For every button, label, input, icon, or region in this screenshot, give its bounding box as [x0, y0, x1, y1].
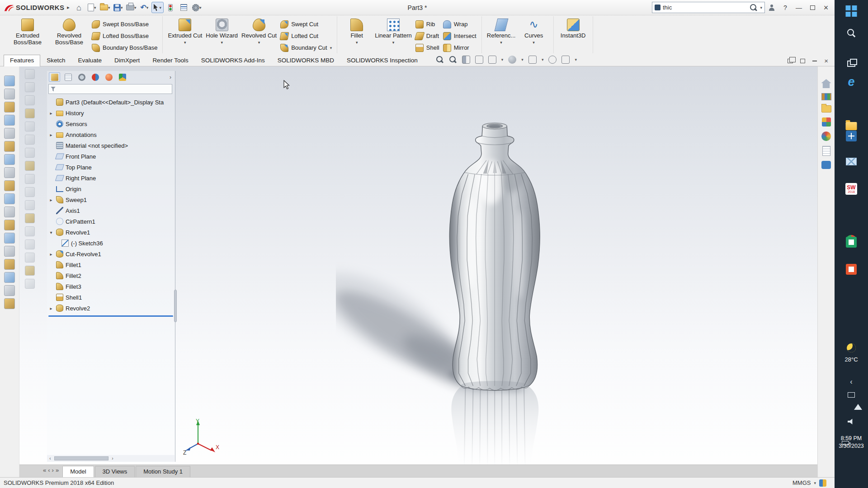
tree-horizontal-scrollbar[interactable]: ‹ › [47, 455, 175, 462]
toolbar-button[interactable] [25, 213, 35, 223]
tab-dimxpert[interactable]: DimXpert [108, 55, 146, 66]
doc-restore-icon[interactable] [788, 59, 793, 63]
select-button[interactable]: ▾ [151, 2, 164, 13]
rebuild-button[interactable] [165, 2, 177, 13]
tree-item-fillet1[interactable]: Fillet1 [47, 259, 175, 270]
dropdown-arrow-icon[interactable]: ▾ [500, 41, 502, 44]
left-toolbar-button[interactable] [4, 141, 15, 152]
expand-icon[interactable]: ▸ [48, 197, 54, 202]
intersect-button[interactable]: Intersect [441, 31, 478, 41]
tree-item-right-plane[interactable]: Right Plane [47, 173, 175, 183]
tab-3d-views[interactable]: 3D Views [95, 466, 135, 477]
left-toolbar-button[interactable] [4, 233, 15, 244]
displaymanager-tab[interactable] [103, 72, 114, 82]
curves-button[interactable]: ∿ Curves ▾ [518, 16, 550, 53]
search-dropdown-arrow-icon[interactable]: ▾ [760, 5, 762, 10]
previous-view-icon[interactable] [475, 56, 483, 64]
left-toolbar-button[interactable] [4, 246, 15, 257]
doc-minimize-icon[interactable] [812, 61, 817, 61]
toolbar-button[interactable] [25, 187, 35, 197]
toolbar-button[interactable] [25, 135, 35, 145]
cam-tab[interactable] [117, 72, 128, 82]
left-toolbar-button[interactable] [4, 272, 15, 283]
file-properties-button[interactable] [178, 2, 190, 13]
toolbar-button[interactable] [25, 82, 35, 92]
tree-item-shell1[interactable]: Shell1 [47, 292, 175, 303]
tree-filter-box[interactable] [48, 84, 172, 94]
weather-moon-icon[interactable] [847, 343, 856, 352]
scroll-left-icon[interactable]: ‹ [47, 456, 53, 461]
options-button[interactable]: ▾ [191, 2, 203, 13]
home-button[interactable]: ⌂ [73, 2, 85, 13]
tree-root-item[interactable]: Part3 (Default<<Default>_Display Sta [47, 97, 175, 108]
search-icon[interactable] [750, 4, 758, 12]
tree-item-history[interactable]: ▸History [47, 108, 175, 118]
tree-item-sketch36[interactable]: (-) Sketch36 [47, 238, 175, 249]
tab-solidworks-mbd[interactable]: SOLIDWORKS MBD [271, 55, 340, 66]
menu-flyout-arrow-icon[interactable]: ▸ [67, 5, 70, 10]
new-document-button[interactable]: ▾ [86, 2, 98, 13]
edge-browser-icon[interactable]: e [848, 76, 854, 88]
boundary-boss-base-button[interactable]: Boundary Boss/Base [90, 43, 159, 52]
dropdown-arrow-icon[interactable]: ▾ [575, 57, 577, 62]
tree-item-sweep1[interactable]: ▸Sweep1 [47, 194, 175, 205]
panel-tabs-overflow-icon[interactable]: › [168, 74, 173, 80]
open-button[interactable]: ▾ [99, 2, 111, 13]
dropdown-arrow-icon[interactable]: ▾ [134, 5, 137, 10]
next-tab-icon[interactable]: › [52, 467, 54, 474]
swept-boss-base-button[interactable]: Swept Boss/Base [90, 19, 159, 29]
view-settings-icon[interactable] [561, 56, 570, 64]
search-box[interactable]: ▾ [652, 2, 765, 13]
toolbar-button[interactable] [25, 161, 35, 171]
tree-item-cut-revolve1[interactable]: ▸Cut-Revolve1 [47, 249, 175, 259]
login-button[interactable] [765, 0, 778, 15]
dropdown-arrow-icon[interactable]: ▾ [330, 46, 332, 50]
search-input[interactable] [663, 4, 747, 11]
doc-maximize-icon[interactable] [800, 59, 805, 63]
lofted-cut-button[interactable]: Lofted Cut [278, 31, 334, 41]
bottle-3d-model[interactable] [336, 117, 558, 474]
wrap-button[interactable]: Wrap [441, 19, 478, 29]
tree-item-material[interactable]: Material <not specified> [47, 140, 175, 151]
fillet-button[interactable]: Fillet ▾ [340, 16, 373, 53]
mail-app-icon[interactable] [846, 158, 857, 165]
expand-icon[interactable]: ▸ [48, 132, 54, 137]
rollback-bar[interactable] [48, 315, 173, 317]
zoom-to-area-icon[interactable] [449, 56, 457, 64]
draft-button[interactable]: Draft [414, 31, 441, 41]
revolved-cut-button[interactable]: Revolved Cut ▾ [240, 16, 278, 53]
left-toolbar-button[interactable] [4, 128, 15, 139]
tree-item-front-plane[interactable]: Front Plane [47, 151, 175, 162]
tab-render-tools[interactable]: Render Tools [146, 55, 194, 66]
swept-cut-button[interactable]: Swept Cut [278, 19, 334, 29]
design-library-icon[interactable] [821, 93, 831, 100]
dropdown-arrow-icon[interactable]: ▾ [146, 5, 149, 10]
left-toolbar-button[interactable] [4, 89, 15, 99]
tree-item-top-plane[interactable]: Top Plane [47, 162, 175, 173]
tablet-mode-icon[interactable] [848, 392, 855, 398]
dropdown-arrow-icon[interactable]: ▾ [108, 5, 110, 10]
left-toolbar-button[interactable] [4, 259, 15, 270]
file-explorer-taskbar-icon[interactable] [846, 122, 857, 130]
graphics-viewport[interactable]: Y X Z › [19, 66, 817, 477]
dropdown-arrow-icon[interactable]: ▾ [160, 5, 162, 10]
minimize-button[interactable]: — [792, 0, 806, 15]
edit-appearance-icon[interactable] [548, 56, 557, 64]
hole-wizard-button[interactable]: Hole Wizard ▾ [204, 16, 240, 53]
configurationmanager-tab[interactable] [76, 72, 87, 82]
left-toolbar-button[interactable] [4, 206, 15, 217]
extruded-boss-base-button[interactable]: Extruded Boss/Base [7, 16, 48, 53]
featuremanager-tab[interactable] [49, 72, 60, 82]
toolbar-button[interactable] [25, 108, 35, 118]
maximize-button[interactable] [806, 0, 819, 15]
solidworks-forum-icon[interactable] [821, 161, 831, 169]
left-toolbar-button[interactable] [4, 115, 15, 126]
tree-item-annotations[interactable]: ▸Annotations [47, 129, 175, 140]
doc-close-icon[interactable]: × [824, 57, 828, 64]
appearances-icon[interactable] [821, 131, 831, 141]
zoom-to-fit-icon[interactable] [436, 56, 444, 64]
left-toolbar-button[interactable] [4, 193, 15, 204]
mirror-button[interactable]: Mirror [441, 43, 478, 52]
tree-filter-input[interactable] [58, 86, 170, 92]
toolbar-button[interactable] [25, 200, 35, 210]
